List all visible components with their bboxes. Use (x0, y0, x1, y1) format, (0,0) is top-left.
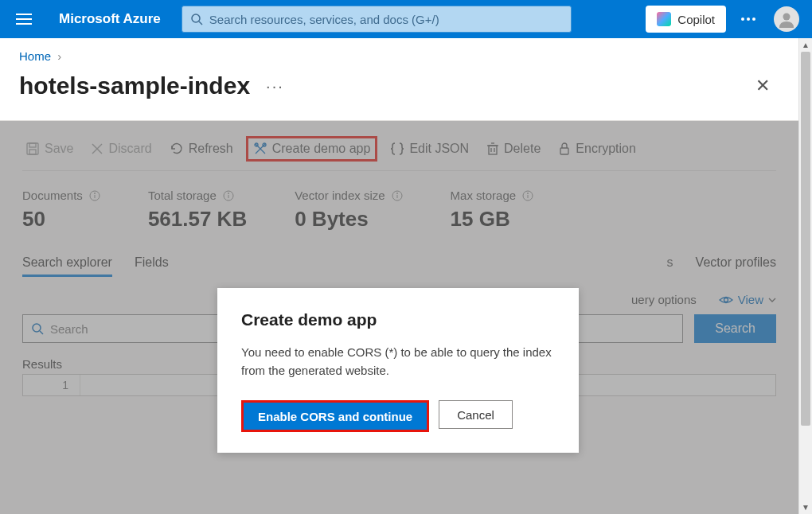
svg-point-5 (741, 18, 744, 21)
svg-point-3 (192, 14, 200, 22)
copilot-button[interactable]: Copilot (646, 6, 726, 33)
svg-point-7 (752, 18, 755, 21)
account-avatar[interactable] (771, 3, 802, 35)
cancel-button[interactable]: Cancel (439, 400, 513, 429)
avatar-icon (774, 6, 799, 32)
vertical-scrollbar[interactable]: ▲ ▼ (798, 38, 812, 514)
copilot-label: Copilot (677, 13, 715, 26)
page-more-menu[interactable]: ··· (266, 77, 284, 95)
create-demo-modal: Create demo app You need to enable CORS … (217, 288, 579, 453)
more-menu[interactable] (732, 3, 764, 35)
page-header: hotels-sample-index ··· ✕ (0, 68, 798, 120)
svg-point-8 (783, 14, 791, 21)
svg-point-6 (747, 18, 750, 21)
scroll-thumb[interactable] (801, 52, 810, 426)
modal-body: You need to enable CORS (*) to be able t… (241, 344, 555, 380)
global-search-input[interactable] (209, 13, 563, 26)
breadcrumb: Home › (0, 38, 798, 68)
scroll-track[interactable] (799, 52, 812, 500)
enable-cors-button[interactable]: Enable CORS and continue (241, 400, 429, 432)
azure-topbar: Microsoft Azure Copilot (0, 0, 812, 38)
menu-button[interactable] (10, 5, 38, 33)
scroll-up-button[interactable]: ▲ (799, 38, 812, 52)
close-button[interactable]: ✕ (746, 71, 779, 101)
modal-title: Create demo app (241, 310, 555, 329)
scroll-down-button[interactable]: ▼ (799, 500, 812, 514)
chevron-right-icon: › (57, 49, 61, 63)
breadcrumb-home[interactable]: Home (19, 49, 51, 63)
page-title: hotels-sample-index (19, 72, 250, 99)
modal-actions: Enable CORS and continue Cancel (241, 400, 555, 432)
copilot-icon (657, 12, 671, 26)
svg-line-4 (199, 21, 202, 25)
brand-label[interactable]: Microsoft Azure (59, 11, 161, 27)
search-icon (190, 13, 203, 25)
global-search[interactable] (182, 6, 572, 33)
